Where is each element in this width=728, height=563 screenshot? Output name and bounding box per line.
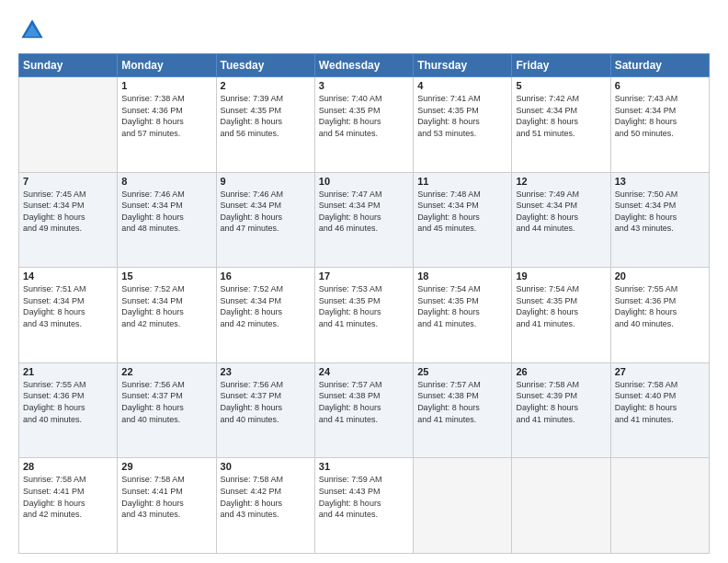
- calendar-cell: 19Sunrise: 7:54 AMSunset: 4:35 PMDayligh…: [512, 268, 610, 363]
- day-info: Sunrise: 7:39 AMSunset: 4:35 PMDaylight:…: [221, 93, 311, 139]
- day-number: 20: [615, 270, 705, 282]
- day-info: Sunrise: 7:52 AMSunset: 4:34 PMDaylight:…: [221, 283, 311, 329]
- day-info: Sunrise: 7:59 AMSunset: 4:43 PMDaylight:…: [319, 474, 409, 520]
- day-info: Sunrise: 7:58 AMSunset: 4:39 PMDaylight:…: [516, 379, 606, 425]
- day-info: Sunrise: 7:54 AMSunset: 4:35 PMDaylight:…: [516, 283, 606, 329]
- day-number: 28: [23, 461, 113, 472]
- calendar-cell: 1Sunrise: 7:38 AMSunset: 4:36 PMDaylight…: [118, 77, 216, 173]
- calendar-cell: 24Sunrise: 7:57 AMSunset: 4:38 PMDayligh…: [314, 362, 413, 458]
- day-number: 1: [121, 80, 211, 91]
- weekday-header-friday: Friday: [512, 54, 610, 77]
- day-info: Sunrise: 7:40 AMSunset: 4:35 PMDaylight:…: [319, 93, 409, 139]
- day-info: Sunrise: 7:50 AMSunset: 4:34 PMDaylight:…: [615, 189, 705, 235]
- day-number: 24: [319, 366, 409, 377]
- calendar-body: 1Sunrise: 7:38 AMSunset: 4:36 PMDaylight…: [19, 77, 710, 554]
- day-number: 21: [23, 366, 113, 377]
- day-number: 30: [221, 461, 311, 472]
- day-info: Sunrise: 7:56 AMSunset: 4:37 PMDaylight:…: [221, 379, 311, 425]
- calendar-week-5: 28Sunrise: 7:58 AMSunset: 4:41 PMDayligh…: [19, 458, 710, 554]
- calendar-cell: 17Sunrise: 7:53 AMSunset: 4:35 PMDayligh…: [314, 268, 413, 363]
- day-number: 13: [615, 176, 705, 187]
- weekday-header-thursday: Thursday: [414, 54, 512, 77]
- day-info: Sunrise: 7:42 AMSunset: 4:34 PMDaylight:…: [516, 93, 606, 139]
- day-number: 4: [417, 80, 507, 91]
- calendar-cell: 21Sunrise: 7:55 AMSunset: 4:36 PMDayligh…: [19, 362, 118, 458]
- calendar-cell: 12Sunrise: 7:49 AMSunset: 4:34 PMDayligh…: [512, 172, 610, 268]
- day-number: 2: [221, 80, 311, 91]
- calendar-cell: 3Sunrise: 7:40 AMSunset: 4:35 PMDaylight…: [314, 77, 413, 173]
- day-info: Sunrise: 7:53 AMSunset: 4:35 PMDaylight:…: [319, 283, 409, 329]
- calendar-week-3: 14Sunrise: 7:51 AMSunset: 4:34 PMDayligh…: [19, 268, 710, 363]
- calendar-cell: 2Sunrise: 7:39 AMSunset: 4:35 PMDaylight…: [216, 77, 314, 173]
- day-info: Sunrise: 7:54 AMSunset: 4:35 PMDaylight:…: [417, 283, 507, 329]
- calendar-cell: 7Sunrise: 7:45 AMSunset: 4:34 PMDaylight…: [19, 172, 118, 268]
- calendar-cell: 31Sunrise: 7:59 AMSunset: 4:43 PMDayligh…: [314, 458, 413, 554]
- day-number: 19: [516, 270, 606, 282]
- day-info: Sunrise: 7:58 AMSunset: 4:42 PMDaylight:…: [221, 474, 311, 520]
- calendar-cell: [414, 458, 512, 554]
- calendar-cell: 13Sunrise: 7:50 AMSunset: 4:34 PMDayligh…: [610, 172, 709, 268]
- calendar-cell: [610, 458, 709, 554]
- day-info: Sunrise: 7:46 AMSunset: 4:34 PMDaylight:…: [221, 189, 311, 235]
- day-info: Sunrise: 7:47 AMSunset: 4:34 PMDaylight:…: [319, 189, 409, 235]
- day-number: 18: [417, 270, 507, 282]
- weekday-header-saturday: Saturday: [610, 54, 709, 77]
- weekday-header-tuesday: Tuesday: [216, 54, 314, 77]
- calendar-cell: [512, 458, 610, 554]
- calendar-cell: 28Sunrise: 7:58 AMSunset: 4:41 PMDayligh…: [19, 458, 118, 554]
- calendar-cell: 4Sunrise: 7:41 AMSunset: 4:35 PMDaylight…: [414, 77, 512, 173]
- calendar-cell: 25Sunrise: 7:57 AMSunset: 4:38 PMDayligh…: [414, 362, 512, 458]
- calendar: SundayMondayTuesdayWednesdayThursdayFrid…: [18, 53, 710, 554]
- calendar-cell: 26Sunrise: 7:58 AMSunset: 4:39 PMDayligh…: [512, 362, 610, 458]
- calendar-cell: 20Sunrise: 7:55 AMSunset: 4:36 PMDayligh…: [610, 268, 709, 363]
- day-info: Sunrise: 7:45 AMSunset: 4:34 PMDaylight:…: [23, 189, 113, 235]
- day-info: Sunrise: 7:57 AMSunset: 4:38 PMDaylight:…: [319, 379, 409, 425]
- day-number: 29: [121, 461, 211, 472]
- day-info: Sunrise: 7:38 AMSunset: 4:36 PMDaylight:…: [121, 93, 211, 139]
- day-number: 31: [319, 461, 409, 472]
- day-number: 23: [221, 366, 311, 377]
- day-info: Sunrise: 7:58 AMSunset: 4:41 PMDaylight:…: [121, 474, 211, 520]
- calendar-cell: 6Sunrise: 7:43 AMSunset: 4:34 PMDaylight…: [610, 77, 709, 173]
- day-info: Sunrise: 7:41 AMSunset: 4:35 PMDaylight:…: [417, 93, 507, 139]
- weekday-row: SundayMondayTuesdayWednesdayThursdayFrid…: [19, 54, 710, 77]
- day-number: 26: [516, 366, 606, 377]
- day-number: 15: [121, 270, 211, 282]
- calendar-week-1: 1Sunrise: 7:38 AMSunset: 4:36 PMDaylight…: [19, 77, 710, 173]
- day-number: 5: [516, 80, 606, 91]
- page: SundayMondayTuesdayWednesdayThursdayFrid…: [0, 0, 728, 563]
- logo-icon: [18, 17, 46, 44]
- logo: [18, 17, 50, 44]
- day-info: Sunrise: 7:43 AMSunset: 4:34 PMDaylight:…: [615, 93, 705, 139]
- day-info: Sunrise: 7:55 AMSunset: 4:36 PMDaylight:…: [615, 283, 705, 329]
- calendar-cell: 9Sunrise: 7:46 AMSunset: 4:34 PMDaylight…: [216, 172, 314, 268]
- weekday-header-monday: Monday: [118, 54, 216, 77]
- day-number: 6: [615, 80, 705, 91]
- day-number: 22: [121, 366, 211, 377]
- day-info: Sunrise: 7:46 AMSunset: 4:34 PMDaylight:…: [121, 189, 211, 235]
- day-number: 10: [319, 176, 409, 187]
- calendar-cell: [19, 77, 118, 173]
- day-info: Sunrise: 7:58 AMSunset: 4:41 PMDaylight:…: [23, 474, 113, 520]
- day-number: 17: [319, 270, 409, 282]
- calendar-cell: 10Sunrise: 7:47 AMSunset: 4:34 PMDayligh…: [314, 172, 413, 268]
- day-number: 3: [319, 80, 409, 91]
- calendar-cell: 15Sunrise: 7:52 AMSunset: 4:34 PMDayligh…: [118, 268, 216, 363]
- calendar-cell: 30Sunrise: 7:58 AMSunset: 4:42 PMDayligh…: [216, 458, 314, 554]
- day-info: Sunrise: 7:56 AMSunset: 4:37 PMDaylight:…: [121, 379, 211, 425]
- day-number: 16: [221, 270, 311, 282]
- day-number: 11: [417, 176, 507, 187]
- day-number: 27: [615, 366, 705, 377]
- calendar-cell: 8Sunrise: 7:46 AMSunset: 4:34 PMDaylight…: [118, 172, 216, 268]
- day-number: 14: [23, 270, 113, 282]
- calendar-cell: 14Sunrise: 7:51 AMSunset: 4:34 PMDayligh…: [19, 268, 118, 363]
- day-info: Sunrise: 7:57 AMSunset: 4:38 PMDaylight:…: [417, 379, 507, 425]
- day-number: 25: [417, 366, 507, 377]
- calendar-week-2: 7Sunrise: 7:45 AMSunset: 4:34 PMDaylight…: [19, 172, 710, 268]
- calendar-cell: 29Sunrise: 7:58 AMSunset: 4:41 PMDayligh…: [118, 458, 216, 554]
- weekday-header-sunday: Sunday: [19, 54, 118, 77]
- day-info: Sunrise: 7:55 AMSunset: 4:36 PMDaylight:…: [23, 379, 113, 425]
- calendar-cell: 23Sunrise: 7:56 AMSunset: 4:37 PMDayligh…: [216, 362, 314, 458]
- calendar-cell: 11Sunrise: 7:48 AMSunset: 4:34 PMDayligh…: [414, 172, 512, 268]
- day-number: 9: [221, 176, 311, 187]
